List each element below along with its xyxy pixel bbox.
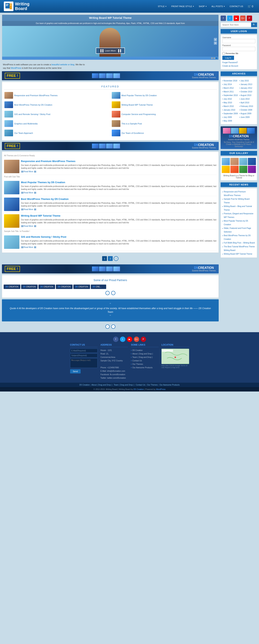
post-1-read-more[interactable]: Read More: [21, 170, 216, 172]
post-2-title[interactable]: Most Popular Themes by D5 Creation: [21, 181, 65, 184]
footer-link-2[interactable]: About ( Drag and Drop ): [131, 352, 158, 356]
page-2-btn[interactable]: 2: [108, 256, 113, 261]
archive-item[interactable]: July 2015: [240, 79, 256, 82]
footer-link-1[interactable]: D5 Creation: [131, 349, 158, 352]
banner-ad-2[interactable]: FREE ! D5CREATION Easiest WordPress Them…: [2, 142, 219, 150]
featured-link-5[interactable]: GIS and Remote Sensing ! Sticky Post: [14, 113, 50, 116]
hero-dot-3[interactable]: [216, 58, 217, 59]
gallery-thumb-4[interactable]: [248, 158, 256, 165]
hero-dot-2[interactable]: [214, 58, 215, 59]
footer-message-input[interactable]: [70, 358, 98, 368]
facebook-icon[interactable]: f: [220, 16, 226, 21]
footer-nav-link-2[interactable]: About ( Drag and Drop ): [92, 384, 113, 386]
archive-item[interactable]: June 2010: [240, 97, 256, 101]
archive-item[interactable]: January 2013: [240, 82, 256, 86]
footer-youtube-icon[interactable]: ▶: [127, 336, 132, 342]
nav-front-page-style[interactable]: FRONT PAGE STYLE ▼: [169, 4, 196, 9]
footer-googleplus-icon[interactable]: G+: [134, 336, 139, 342]
archive-item[interactable]: May 2009: [222, 119, 238, 123]
wordpress-link[interactable]: WordPress: [11, 67, 21, 69]
d5-ad-sidebar[interactable]: D5CREATION Easiest WordPress Themes So E…: [220, 126, 257, 149]
featured-link-4[interactable]: Writing Board WP Tutorial Theme: [122, 104, 153, 106]
partner-1[interactable]: D5CREATION: [4, 284, 20, 289]
archive-item[interactable]: November 2018: [222, 79, 238, 82]
news-item-10[interactable]: Writing Board WP Tutorial Theme: [222, 252, 255, 256]
banner-ad-3[interactable]: FREE ! D5CREATION Easiest WordPress Them…: [2, 264, 219, 274]
footer-nav-link-6[interactable]: Our Awesome Products: [160, 384, 180, 386]
post-3-title[interactable]: Best WordPress Themes by D5 Creation: [21, 198, 68, 200]
partner-2[interactable]: D5CREATION: [21, 284, 38, 289]
archive-item[interactable]: March 2011: [222, 90, 238, 94]
post-3-read-more[interactable]: Read More: [21, 208, 216, 210]
twitter-icon[interactable]: t: [227, 16, 232, 21]
news-item-3[interactable]: Writing Board – Blog and Tutorial Theme: [222, 204, 255, 212]
footer-nav-link-1[interactable]: D5 Creation: [80, 384, 91, 386]
footer-email-input[interactable]: [70, 349, 98, 353]
archive-item[interactable]: June 2009: [240, 116, 256, 119]
footer-subject-input[interactable]: [70, 354, 98, 358]
post-4-read-more[interactable]: Read More: [21, 225, 216, 227]
partners-prev[interactable]: ‹: [106, 291, 110, 295]
gallery-thumb-7[interactable]: [239, 166, 247, 173]
nav-style[interactable]: STYLE ▼: [156, 4, 168, 9]
footer-link-3[interactable]: Team ( Drag and Drop ): [131, 356, 158, 359]
page-1-btn[interactable]: 1: [102, 256, 107, 261]
archive-item[interactable]: March 2012: [222, 86, 238, 90]
hero-dot-1[interactable]: [211, 58, 213, 59]
archive-item[interactable]: March 2010: [222, 104, 238, 108]
partner-5[interactable]: D5CREATION: [73, 284, 90, 289]
username-input[interactable]: [222, 39, 255, 43]
archive-item[interactable]: October 2009: [240, 108, 256, 112]
news-item-1[interactable]: Responsive and Premium WordPress Themes: [222, 190, 255, 197]
post-2-read-more[interactable]: Read More: [21, 192, 216, 194]
password-input[interactable]: [222, 47, 255, 51]
hero-nav-up[interactable]: ▲: [214, 38, 217, 41]
archive-item[interactable]: July 2010: [222, 97, 238, 101]
footer-link-5[interactable]: Our Themes: [131, 362, 158, 366]
featured-link-8[interactable]: This is a Sample Post: [122, 122, 142, 125]
partners-next[interactable]: ›: [111, 291, 116, 295]
footer-link-4[interactable]: Contact Us: [131, 359, 158, 362]
pinterest-icon[interactable]: P: [247, 16, 252, 21]
archive-item[interactable]: August 2010: [240, 94, 256, 97]
logo[interactable]: Writing Board: [4, 2, 30, 11]
footer-link-6[interactable]: Our Awesome Products: [131, 366, 158, 370]
archive-item[interactable]: January 2012: [240, 86, 256, 90]
googleplus-icon[interactable]: G+: [240, 16, 246, 21]
featured-link-6[interactable]: Computer Service and Programming: [122, 113, 156, 116]
create-account-link[interactable]: Create an Account: [222, 64, 255, 68]
news-item-2[interactable]: Sample Post for Writing Board Theme: [222, 197, 255, 204]
archive-item[interactable]: January 2010: [222, 108, 238, 112]
forgot-password-link[interactable]: Forget Password?: [222, 61, 255, 64]
footer-map[interactable]: View larger map Pattaya City: [162, 349, 189, 364]
footer-twitter-icon[interactable]: t: [120, 336, 125, 342]
quote-next[interactable]: ›: [111, 324, 116, 329]
news-item-5[interactable]: Most Popular Themes by D5 Creation: [222, 219, 255, 226]
gallery-thumb-3[interactable]: [239, 158, 247, 165]
featured-link-10[interactable]: Our Team of Excellence: [122, 132, 144, 134]
beautiful-website-link[interactable]: beautiful website or blog: [52, 63, 74, 66]
gallery-thumb-5[interactable]: [222, 166, 230, 173]
footer-send-button[interactable]: Send: [70, 369, 81, 374]
partner-4[interactable]: D5CREATION: [56, 284, 72, 289]
learn-more-btn[interactable]: ▐▐ Learn More ▐▐: [96, 48, 125, 54]
gallery-thumb-8[interactable]: [248, 166, 256, 173]
archive-item[interactable]: July 2009: [222, 116, 238, 119]
news-item-6[interactable]: Slider, Featured and Front Page Selectio…: [222, 226, 255, 234]
archive-item[interactable]: August 2009: [240, 112, 256, 116]
post-1-title[interactable]: Responsive and Premium WordPress Themes: [21, 160, 76, 163]
archive-item[interactable]: September 2010: [222, 94, 238, 97]
featured-link-3[interactable]: Best WordPress Themes by D5 Creation: [14, 104, 52, 106]
news-item-4[interactable]: Premium, Elegant and Responsive WP Theme…: [222, 212, 255, 219]
footer-nav-link-3[interactable]: Team ( Drag and Drop ): [114, 384, 135, 386]
featured-link-7[interactable]: Graphics and Multimedia: [14, 122, 38, 125]
nav-cart[interactable]: 🛒 0: [246, 4, 255, 9]
footer-nav-link-4[interactable]: Contact Us: [136, 384, 146, 386]
featured-link-1[interactable]: Responsive and Premium WordPress Themes: [14, 94, 58, 97]
gallery-thumb-6[interactable]: [230, 166, 238, 173]
search-input[interactable]: [220, 22, 251, 27]
partner-6[interactable]: D5CRE...: [91, 284, 106, 289]
youtube-icon[interactable]: ▶: [234, 16, 239, 21]
footer-d5-link[interactable]: D5 Creation: [134, 388, 144, 390]
post-5-title[interactable]: GIS and Remote Sensing ! Sticky Post: [21, 236, 66, 238]
